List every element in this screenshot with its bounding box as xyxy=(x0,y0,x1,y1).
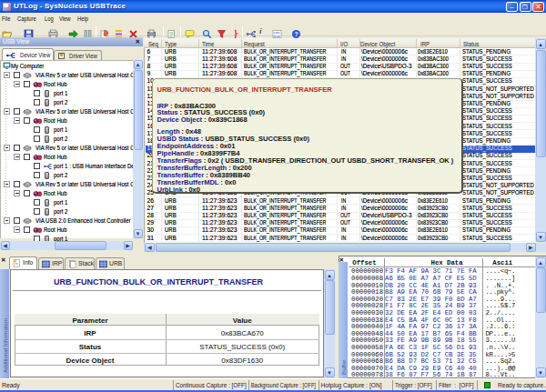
svg-text:?: ? xyxy=(295,31,298,37)
svg-text:010: 010 xyxy=(274,35,281,38)
